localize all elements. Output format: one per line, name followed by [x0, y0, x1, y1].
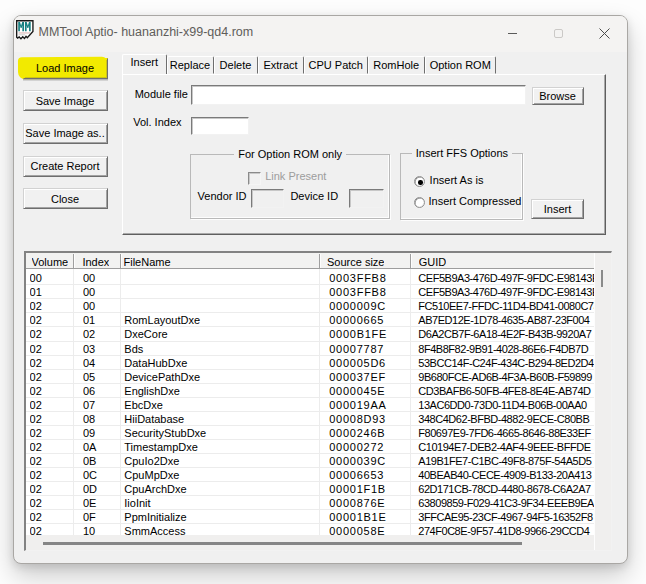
cell-guid: CD3BAFB6-50FB-4FE8-8E4E-AB74D — [418, 384, 594, 398]
create-report-button[interactable]: Create Report — [23, 156, 108, 177]
cell-guid: A19B1FE7-C1BC-49F8-875F-54A5D5 — [418, 454, 594, 468]
cell-source-size: 0000045E — [329, 384, 409, 398]
link-present-checkbox[interactable] — [248, 172, 261, 185]
horizontal-scrollbar-thumb[interactable] — [43, 542, 522, 545]
cell-guid: FC510EE7-FFDC-11D4-BD41-0080C73 — [418, 299, 594, 313]
table-row[interactable]: 00 00 0003FFB8 CEF5B9A3-476D-497F-9FDC-E… — [26, 271, 594, 285]
cell-guid: AB7ED12E-1D78-4635-AB87-23F004 — [418, 313, 594, 327]
browse-button[interactable]: Browse — [532, 87, 584, 106]
grid-line — [73, 269, 74, 535]
table-row[interactable]: 02 10 SmmAccess 0000058E 274F0C8E-9F57-4… — [26, 524, 594, 534]
cell-index: 02 — [83, 327, 118, 341]
tab-cpu-patch[interactable]: CPU Patch — [304, 56, 369, 74]
table-row[interactable]: 02 0F PpmInitialize 00001B1E 3FFCAE95-23… — [26, 510, 594, 524]
cell-volume: 02 — [30, 384, 72, 398]
cell-filename: PpmInitialize — [124, 510, 317, 524]
col-header-source-size[interactable]: Source size — [327, 255, 384, 270]
cell-filename: EnglishDxe — [124, 384, 317, 398]
maximize-button[interactable] — [535, 16, 581, 51]
insert-button[interactable]: Insert — [531, 199, 584, 219]
table-row[interactable]: 02 00 0000009C FC510EE7-FFDC-11D4-BD41-0… — [26, 299, 594, 313]
insert-tab-panel: Module file Browse Vol. Index For Option… — [122, 74, 606, 236]
cell-index: 0E — [83, 496, 118, 510]
maximize-icon — [554, 29, 563, 38]
table-row[interactable]: 02 06 EnglishDxe 0000045E CD3BAFB6-50FB-… — [26, 384, 594, 398]
mmtool-window: MMTool Aptio- huananzhi-x99-qd4.rom Load… — [13, 15, 628, 564]
save-image-as-button[interactable]: Save Image as.. — [23, 123, 108, 144]
groupbox-title: Insert FFS Options — [401, 147, 522, 159]
module-file-input[interactable] — [191, 85, 526, 105]
tab-extract[interactable]: Extract — [258, 56, 304, 74]
titlebar[interactable]: MMTool Aptio- huananzhi-x99-qd4.rom — [14, 16, 627, 52]
cell-index: 05 — [83, 370, 118, 384]
table-row[interactable]: 02 0A TimestampDxe 00000272 C10194E7-DEB… — [26, 440, 594, 454]
cell-volume: 02 — [30, 454, 72, 468]
cell-source-size: 0000039C — [329, 454, 409, 468]
horizontal-scrollbar[interactable] — [26, 535, 594, 551]
table-row[interactable]: 02 0E IioInit 0000876E 63809859-F029-41C… — [26, 496, 594, 510]
cell-guid: 63809859-F029-41C3-9F34-EEEB9EA — [418, 496, 594, 510]
cell-index: 06 — [83, 384, 118, 398]
vol-index-input[interactable] — [191, 117, 249, 135]
col-header-guid[interactable]: GUID — [419, 255, 447, 270]
cell-source-size: 00008D93 — [329, 412, 409, 426]
tab-option-rom[interactable]: Option ROM — [425, 56, 497, 74]
table-body: 00 00 0003FFB8 CEF5B9A3-476D-497F-9FDC-E… — [26, 269, 594, 535]
cell-volume: 02 — [30, 327, 72, 341]
table-row[interactable]: 02 05 DevicePathDxe 000037EF 9B680FCE-AD… — [26, 370, 594, 384]
mmtool-app-icon — [16, 20, 35, 40]
cell-source-size: 0000058E — [329, 524, 409, 534]
header-divider[interactable] — [319, 254, 320, 268]
cell-guid: 3FFCAE95-23CF-4967-94F5-16352F8 — [418, 510, 594, 524]
tab-replace[interactable]: Replace — [167, 56, 214, 74]
header-divider[interactable] — [73, 254, 74, 268]
cell-volume: 02 — [30, 356, 72, 370]
vertical-scrollbar-thumb[interactable] — [601, 270, 603, 287]
device-id-input[interactable] — [349, 189, 384, 207]
table-row[interactable]: 02 0B CpuIo2Dxe 0000039C A19B1FE7-C1BC-4… — [26, 454, 594, 468]
cell-filename: Bds — [124, 342, 317, 356]
table-row[interactable]: 02 0D CpuArchDxe 00001F1B 62D171CB-78CD-… — [26, 482, 594, 496]
table-row[interactable]: 02 04 DataHubDxe 000005D6 53BCC14F-C24F-… — [26, 356, 594, 370]
col-header-filename[interactable]: FileName — [124, 255, 171, 270]
grid-line — [410, 269, 411, 535]
link-present-label: Link Present — [265, 170, 326, 182]
tab-romhole[interactable]: RomHole — [368, 56, 425, 74]
option-rom-group-title: For Option ROM only — [234, 148, 346, 160]
cell-guid: 40BEAB40-CECE-4909-B133-20A413 — [418, 468, 594, 482]
header-divider[interactable] — [410, 254, 411, 268]
col-header-index[interactable]: Index — [82, 255, 109, 270]
table-row[interactable]: 02 01 RomLayoutDxe 00000665 AB7ED12E-1D7… — [26, 313, 594, 327]
cell-volume: 02 — [30, 370, 72, 384]
table-row[interactable]: 02 07 EbcDxe 000019AA 13AC6DD0-73D0-11D4… — [26, 398, 594, 412]
window-title: MMTool Aptio- huananzhi-x99-qd4.rom — [39, 16, 254, 52]
cell-volume: 02 — [30, 510, 72, 524]
cell-index: 07 — [83, 398, 118, 412]
table-row[interactable]: 01 00 0003FFB8 CEF5B9A3-476D-497F-9FDC-E… — [26, 285, 594, 299]
tab-insert[interactable]: Insert — [122, 54, 167, 74]
vertical-scrollbar[interactable] — [594, 253, 611, 550]
cell-volume: 02 — [30, 299, 72, 313]
table-row[interactable]: 02 02 DxeCore 0000B1FE D6A2CB7F-6A18-4E2… — [26, 327, 594, 341]
vendor-id-input[interactable] — [251, 189, 285, 207]
close-app-button[interactable]: Close — [23, 188, 108, 209]
cell-volume: 02 — [30, 468, 72, 482]
table-row[interactable]: 02 08 HiiDatabase 00008D93 348C4D62-BFBD… — [26, 412, 594, 426]
grid-line — [319, 269, 320, 535]
save-image-button[interactable]: Save Image — [23, 90, 108, 111]
tab-strip: Insert Replace Delete Extract CPU Patch … — [122, 56, 496, 74]
header-divider[interactable] — [120, 254, 121, 268]
table-row[interactable]: 02 0C CpuMpDxe 00006653 40BEAB40-CECE-49… — [26, 468, 594, 482]
table-row[interactable]: 02 09 SecurityStubDxe 0000246B F80697E9-… — [26, 426, 594, 440]
vol-index-label: Vol. Index — [133, 116, 181, 128]
cell-volume: 02 — [30, 313, 72, 327]
table-row[interactable]: 02 03 Bds 00007787 8F4B8F82-9B91-4028-86… — [26, 342, 594, 356]
minimize-button[interactable] — [489, 16, 535, 51]
cell-index: 0B — [83, 454, 118, 468]
cell-guid: 13AC6DD0-73D0-11D4-B06B-00AA0 — [418, 398, 594, 412]
tab-delete[interactable]: Delete — [214, 56, 258, 74]
load-image-button[interactable]: Load Image — [23, 58, 108, 79]
cell-guid: CEF5B9A3-476D-497F-9FDC-E98143E — [418, 271, 594, 285]
close-button[interactable] — [581, 16, 627, 51]
col-header-volume[interactable]: Volume — [32, 255, 69, 270]
